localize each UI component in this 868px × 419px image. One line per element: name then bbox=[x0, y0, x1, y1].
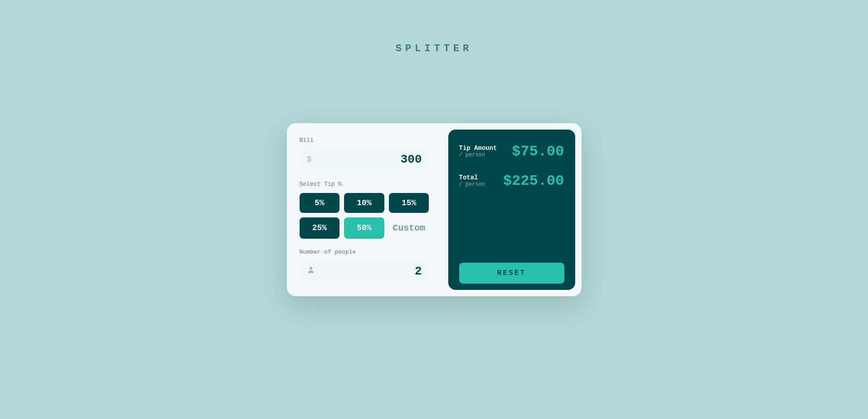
tip-btn-5[interactable]: 5% bbox=[300, 193, 340, 213]
total-row: Total / person $225.00 bbox=[459, 173, 564, 189]
people-input-wrapper[interactable]: 2 bbox=[300, 260, 429, 283]
tip-btn-custom[interactable]: Custom bbox=[389, 217, 429, 239]
tip-btn-15[interactable]: 15% bbox=[389, 193, 429, 213]
people-label: Number of people bbox=[300, 249, 429, 255]
tip-per-person: / person bbox=[459, 152, 497, 158]
svg-point-0 bbox=[310, 267, 312, 270]
bill-input-wrapper[interactable]: $ 300 bbox=[300, 148, 429, 171]
person-icon bbox=[307, 266, 315, 276]
reset-button[interactable]: RESET bbox=[459, 263, 564, 284]
bill-value: 300 bbox=[315, 153, 422, 166]
total-title: Total bbox=[459, 174, 485, 181]
tip-amount-value: $75.00 bbox=[512, 143, 564, 160]
total-label-group: Total / person bbox=[459, 174, 485, 188]
dollar-icon: $ bbox=[307, 155, 312, 164]
total-value: $225.00 bbox=[503, 173, 564, 189]
tip-label: Select Tip % bbox=[300, 181, 429, 188]
tip-btn-25[interactable]: 25% bbox=[300, 217, 340, 239]
tip-amount-label-group: Tip Amount / person bbox=[459, 144, 497, 158]
left-panel: Bill $ 300 Select Tip % 5% 10% 15% 25% 5… bbox=[287, 123, 442, 296]
tip-amount-row: Tip Amount / person $75.00 bbox=[459, 143, 564, 160]
tip-amount-title: Tip Amount bbox=[459, 144, 497, 152]
right-panel: Tip Amount / person $75.00 Total / perso… bbox=[448, 130, 575, 290]
tip-btn-10[interactable]: 10% bbox=[344, 193, 384, 213]
total-per-person: / person bbox=[459, 181, 485, 188]
bill-label: Bill bbox=[300, 137, 429, 144]
tip-btn-50[interactable]: 50% bbox=[344, 217, 384, 239]
main-card: Bill $ 300 Select Tip % 5% 10% 15% 25% 5… bbox=[287, 123, 582, 296]
people-value: 2 bbox=[319, 265, 422, 278]
app-title: SPLITTER bbox=[396, 43, 473, 54]
result-section: Tip Amount / person $75.00 Total / perso… bbox=[459, 143, 564, 202]
tip-buttons-grid: 5% 10% 15% 25% 50% Custom bbox=[300, 193, 429, 239]
